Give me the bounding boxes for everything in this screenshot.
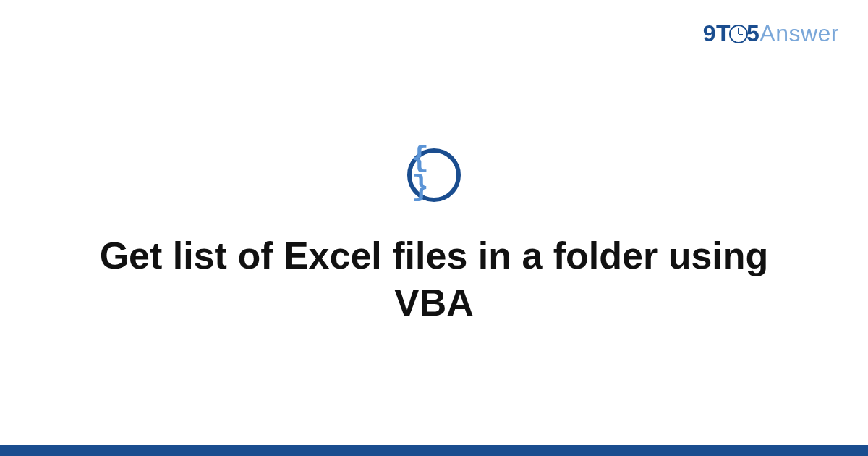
braces-glyph: { } xyxy=(412,145,456,203)
card-content: { } Get list of Excel files in a folder … xyxy=(0,0,868,445)
code-braces-icon: { } xyxy=(407,148,461,202)
bottom-accent-bar xyxy=(0,445,868,456)
question-title: Get list of Excel files in a folder usin… xyxy=(72,232,796,326)
